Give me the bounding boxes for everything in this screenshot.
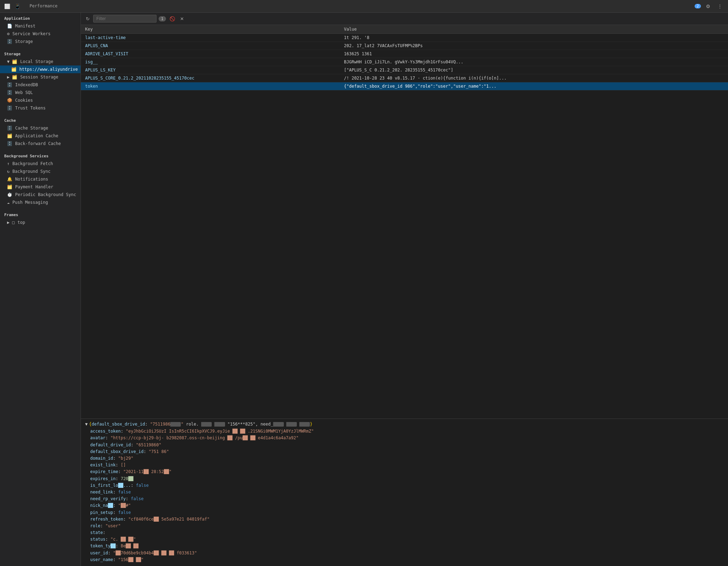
collapse-arrow[interactable]: ▼ [85, 422, 88, 427]
sidebar-content: Application📄Manifest⚙️Service Workers🗄️S… [0, 13, 81, 229]
sidebar-item-manifest[interactable]: 📄Manifest [0, 22, 81, 30]
sidebar-item-session-storage[interactable]: ▶ 🗂️Session Storage [0, 73, 81, 81]
storage-table: Key Value last-active-time1t 291. '8APLU… [81, 25, 728, 90]
sidebar-section-frames: Frames [0, 209, 81, 219]
detail-prop-exist-link: exist_link: [] [85, 462, 724, 468]
sidebar-item-web-sql[interactable]: 🗄️Web SQL [0, 89, 81, 96]
sidebar-item-background-fetch[interactable]: ↑Background Fetch [0, 160, 81, 168]
detail-prop-token-ty--: token_ty██: Be██ ██ [85, 543, 724, 549]
sidebar-item-indexeddb[interactable]: 🗄️IndexedDB [0, 81, 81, 89]
tab-bar-icons: ⬜ 📱 [0, 2, 25, 11]
indexeddb-icon: 🗄️ [7, 82, 12, 87]
toolbar: ↻ 1 🚫 ✕ [81, 13, 728, 25]
tab-bar-right: 2 ⚙ ⋮ [691, 2, 728, 11]
detail-prop-default-sbox-drive-id: default_sbox_drive_id: "751 86" [85, 448, 724, 455]
sidebar-divider [0, 147, 81, 150]
table-row[interactable]: isg__BJGRwHH iCD_iJi7Ln. gVwkY-Ys3Mmjdh1… [81, 58, 728, 66]
application-cache-icon: 🗂️ [7, 133, 12, 138]
table-body: last-active-time1t 291. '8APLUS_CNA202. … [81, 34, 728, 90]
payment-handler-icon: 🗂️ [7, 184, 12, 189]
notification-badge: 2 [695, 4, 701, 8]
top-icon: ▶ □ [7, 220, 15, 225]
web-sql-icon: 🗄️ [7, 90, 12, 95]
content-area: ↻ 1 🚫 ✕ Key Value last-active-time1t 291… [81, 13, 728, 566]
sidebar-item-top[interactable]: ▶ □top [0, 219, 81, 226]
web-sql-label: Web SQL [15, 90, 33, 95]
cell-value-0: 1t 291. '8 [340, 34, 728, 42]
application-cache-label: Application Cache [15, 133, 58, 138]
cell-key-0: last-active-time [81, 34, 340, 42]
trust-tokens-icon: 🗄️ [7, 106, 12, 111]
table-area: Key Value last-active-time1t 291. '8APLU… [81, 25, 728, 419]
table-row[interactable]: token{"default_sbox_drive_id 986","role"… [81, 82, 728, 90]
local-storage-url-label: https://www.aliyundrive [19, 67, 78, 72]
cell-key-6: token [81, 82, 340, 90]
sidebar-item-payment-handler[interactable]: 🗂️Payment Handler [0, 183, 81, 191]
sidebar-item-local-storage-url[interactable]: 🗂️https://www.aliyundrive [0, 65, 81, 73]
trust-tokens-label: Trust Tokens [15, 106, 46, 111]
sidebar-item-local-storage[interactable]: ▼ 🗂️Local Storage [0, 58, 81, 65]
table-row[interactable]: APLUS_CNA202. 17_lat2 7VACAxFsTUFMP%2BPs [81, 42, 728, 50]
payment-handler-label: Payment Handler [15, 184, 53, 189]
detail-prop-expires-in: expires_in: 720██ [85, 476, 724, 482]
close-button[interactable]: ✕ [179, 15, 185, 22]
cell-key-4: APLUS_LS_KEY [81, 66, 340, 74]
back-forward-cache-icon: 🗄️ [7, 141, 12, 146]
push-messaging-icon: ☁️ [7, 200, 9, 205]
sidebar-section-storage: Storage [0, 48, 81, 58]
sidebar-item-storage[interactable]: 🗄️Storage [0, 38, 81, 45]
col-header-value: Value [340, 25, 728, 34]
sidebar-item-cache-storage[interactable]: 🗄️Cache Storage [0, 124, 81, 132]
filter-badge: 1 [159, 16, 166, 21]
detail-prop-default-drive-id: default_drive_id: "65119860" [85, 442, 724, 448]
detail-prop-role: role: "user" [85, 523, 724, 529]
detail-prop-nick-na--: nick_na██: "██#" [85, 502, 724, 509]
device-icon[interactable]: 📱 [13, 2, 22, 11]
more-button[interactable]: ⋮ [715, 2, 724, 11]
clear-button[interactable]: 🚫 [168, 15, 177, 22]
sidebar-item-service-workers[interactable]: ⚙️Service Workers [0, 30, 81, 38]
sidebar-section-cache: Cache [0, 115, 81, 124]
settings-button[interactable]: ⚙ [704, 2, 713, 11]
sidebar-item-background-sync[interactable]: ↻Background Sync [0, 168, 81, 175]
detail-prop-domain-id: domain_id: "bj29" [85, 455, 724, 462]
detail-prop-avatar: avatar: "https://ccp-bj29-bj- b2982087.o… [85, 435, 724, 441]
cell-key-3: isg__ [81, 58, 340, 66]
detail-prop-pin-setup: pin_setup: false [85, 509, 724, 516]
table-row[interactable]: APLUS_S_CORE_0.21.2_20211028235155_45170… [81, 74, 728, 82]
sidebar-item-notifications[interactable]: 🔔Notifications [0, 175, 81, 183]
table-row[interactable]: APLUS_LS_KEY["APLUS_S_C 0.21.2_202. 2823… [81, 66, 728, 74]
detail-prop-expire-time: expire_time: "2021-11██ 28:52██" [85, 468, 724, 475]
manifest-label: Manifest [15, 24, 36, 29]
sidebar-item-cookies[interactable]: 🍪Cookies [0, 96, 81, 104]
detail-prop-access-token: access_token: "eyJhbGciOiJSUzI IsInR5cCI… [85, 428, 724, 435]
sidebar-item-periodic-bg-sync[interactable]: ⏱️Periodic Background Sync [0, 191, 81, 199]
sidebar-divider [0, 226, 81, 229]
cell-value-6: {"default_sbox_drive_id 986","role":"use… [340, 82, 728, 90]
background-sync-label: Background Sync [12, 169, 50, 174]
top-label: top [18, 220, 25, 225]
detail-prop-state: state: [85, 529, 724, 536]
sidebar-item-push-messaging[interactable]: ☁️Push Messaging [0, 199, 81, 206]
notifications-icon: 🔔 [7, 177, 12, 182]
detail-panel: ▼{default_sbox_drive_id: "7511986██" rol… [81, 419, 728, 566]
table-row[interactable]: ADRIVE_LAST_VISIT163625 1361 [81, 50, 728, 58]
detail-prop-refresh-token: refresh_token: "cf840f6ce██ 5e5a97e21 04… [85, 516, 724, 523]
sidebar-item-application-cache[interactable]: 🗂️Application Cache [0, 132, 81, 140]
service-workers-label: Service Workers [12, 31, 50, 36]
sidebar-item-back-forward-cache[interactable]: 🗄️Back-forward Cache [0, 140, 81, 147]
cell-value-1: 202. 17_lat2 7VACAxFsTUFMP%2BPs [340, 42, 728, 50]
sidebar-item-trust-tokens[interactable]: 🗄️Trust Tokens [0, 104, 81, 112]
table-row[interactable]: last-active-time1t 291. '8 [81, 34, 728, 42]
cell-value-3: BJGRwHH iCD_iJi7Ln. gVwkY-Ys3Mmjdh1GrFsu… [340, 58, 728, 66]
refresh-button[interactable]: ↻ [84, 15, 91, 22]
manifest-icon: 📄 [7, 24, 12, 29]
filter-input[interactable] [93, 15, 157, 23]
push-messaging-label: Push Messaging [12, 200, 48, 205]
cell-value-4: ["APLUS_S_C 0.21.2_202. 28235155_45170ce… [340, 66, 728, 74]
detail-prop-need-link: need_link: false [85, 489, 724, 496]
service-workers-icon: ⚙️ [7, 31, 9, 36]
session-storage-icon: ▶ 🗂️ [7, 75, 17, 80]
inspect-icon[interactable]: ⬜ [3, 2, 12, 11]
tab-performance[interactable]: Performance [25, 0, 62, 13]
